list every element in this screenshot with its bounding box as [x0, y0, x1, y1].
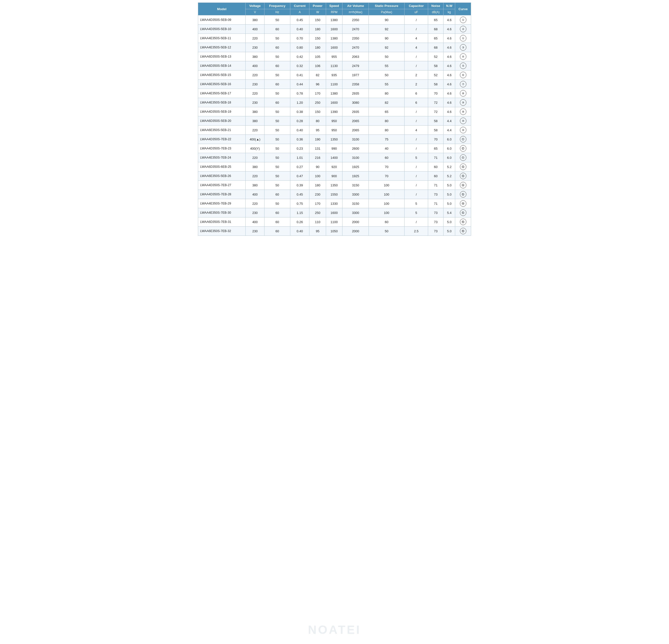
- cell-power: 96: [310, 80, 326, 89]
- cell-current: 0.39: [290, 181, 309, 190]
- cell-frequency: 50: [265, 116, 290, 126]
- cell-power: 250: [310, 98, 326, 107]
- cell-power: 180: [310, 43, 326, 52]
- cell-speed: 990: [326, 144, 342, 153]
- cell-current: 0.47: [290, 172, 309, 181]
- cell-curve: ⑮: [455, 190, 471, 199]
- cell-frequency: 50: [265, 15, 290, 25]
- cell-model: LWAA6D350S-5EB-20: [198, 116, 246, 126]
- col-header-air-volume: Air Volume: [342, 3, 369, 9]
- cell-current: 0.45: [290, 15, 309, 25]
- cell-nw: 5.4: [443, 208, 455, 217]
- col-header-noise: Noise: [428, 3, 443, 9]
- cell-current: 0.26: [290, 217, 309, 226]
- curve-circle: ③: [460, 44, 466, 50]
- cell-nw: 4.4: [443, 126, 455, 135]
- curve-circle: ⑬: [460, 163, 466, 170]
- cell-airVolume: 2065: [342, 116, 369, 126]
- cell-current: 0.80: [290, 43, 309, 52]
- curve-circle: ①: [460, 17, 466, 23]
- cell-noise: 72: [428, 98, 443, 107]
- cell-capacitor: 4: [404, 34, 428, 43]
- cell-capacitor: /: [404, 15, 428, 25]
- cell-model: LWAA6D350S-6EB-25: [198, 162, 246, 172]
- curve-circle: ⑮: [460, 209, 466, 216]
- cell-staticPressure: 100: [369, 181, 404, 190]
- table-row: LWAA6E350S-5EB-21220500.4095950206580458…: [198, 126, 471, 135]
- cell-voltage: 220: [246, 153, 265, 162]
- cell-speed: 1380: [326, 15, 342, 25]
- product-table: Model Voltage Frequency Current Power Sp…: [198, 2, 471, 236]
- cell-staticPressure: 40: [369, 144, 404, 153]
- cell-capacitor: 6: [404, 89, 428, 98]
- col-header-voltage: Voltage: [246, 3, 265, 9]
- curve-circle: ⑧: [460, 90, 466, 97]
- cell-power: 95: [310, 226, 326, 236]
- cell-staticPressure: 92: [369, 43, 404, 52]
- cell-power: 131: [310, 144, 326, 153]
- cell-curve: ⑧: [455, 107, 471, 116]
- cell-model: LWAA4D350S-5EB-10: [198, 25, 246, 34]
- cell-speed: 1400: [326, 153, 342, 162]
- cell-speed: 1550: [326, 190, 342, 199]
- cell-frequency: 50: [265, 172, 290, 181]
- table-row: LWAA4E350S-7EB-29220500.7517013303150100…: [198, 199, 471, 208]
- table-row: LWAA4E350S-7EB-24220501.0121614003100605…: [198, 153, 471, 162]
- cell-speed: 1350: [326, 181, 342, 190]
- cell-power: 150: [310, 34, 326, 43]
- curve-circle: ⑬: [460, 173, 466, 179]
- cell-noise: 68: [428, 43, 443, 52]
- table-row: LWAA6E350S-5EB-26220500.47100900192570/6…: [198, 172, 471, 181]
- cell-curve: ⑮: [455, 208, 471, 217]
- cell-airVolume: 3100: [342, 153, 369, 162]
- cell-airVolume: 2065: [342, 126, 369, 135]
- cell-voltage: 380: [246, 52, 265, 61]
- cell-noise: 71: [428, 153, 443, 162]
- cell-speed: 1130: [326, 61, 342, 71]
- cell-curve: ⑬: [455, 172, 471, 181]
- curve-circle: ⑯: [460, 228, 466, 234]
- cell-frequency: 50: [265, 153, 290, 162]
- cell-voltage: 220: [246, 89, 265, 98]
- table-row: LWAA4D350S-5EB-10400600.401801600247092/…: [198, 25, 471, 34]
- cell-speed: 1600: [326, 25, 342, 34]
- curve-circle: ⑩: [460, 118, 466, 124]
- table-row: LWAA6D350S-7EB-31400600.261101100200060/…: [198, 217, 471, 226]
- cell-capacitor: /: [404, 217, 428, 226]
- cell-curve: ⑭: [455, 181, 471, 190]
- cell-current: 1.15: [290, 208, 309, 217]
- cell-curve: ⑦: [455, 80, 471, 89]
- cell-noise: 71: [428, 181, 443, 190]
- cell-power: 95: [310, 126, 326, 135]
- cell-curve: ⑩: [455, 116, 471, 126]
- cell-frequency: 50: [265, 107, 290, 116]
- cell-noise: 52: [428, 52, 443, 61]
- cell-model: LWAA6E350S-5EB-15: [198, 71, 246, 80]
- cell-current: 0.36: [290, 135, 309, 144]
- cell-power: 105: [310, 52, 326, 61]
- cell-frequency: 60: [265, 98, 290, 107]
- cell-noise: 73: [428, 208, 443, 217]
- curve-circle: ④: [460, 53, 466, 60]
- cell-curve: ⑩: [455, 126, 471, 135]
- cell-speed: 1600: [326, 43, 342, 52]
- cell-curve: ⑪: [455, 153, 471, 162]
- cell-curve: ⑪: [455, 135, 471, 144]
- curve-circle: ⑨: [460, 99, 466, 106]
- cell-airVolume: 3100: [342, 135, 369, 144]
- cell-noise: 71: [428, 199, 443, 208]
- cell-speed: 955: [326, 52, 342, 61]
- cell-model: LWAA4E350S-7EB-24: [198, 153, 246, 162]
- cell-power: 250: [310, 208, 326, 217]
- cell-staticPressure: 70: [369, 172, 404, 181]
- cell-nw: 4.6: [443, 52, 455, 61]
- unit-capacitor: uF: [404, 9, 428, 15]
- cell-current: 0.28: [290, 116, 309, 126]
- cell-nw: 4.6: [443, 98, 455, 107]
- cell-frequency: 60: [265, 61, 290, 71]
- cell-frequency: 50: [265, 126, 290, 135]
- curve-circle: ⑭: [460, 182, 466, 188]
- cell-model: LWAA4D350S-7EB-23: [198, 144, 246, 153]
- cell-current: 0.40: [290, 126, 309, 135]
- cell-model: LWAA4D350S-7EB-28: [198, 190, 246, 199]
